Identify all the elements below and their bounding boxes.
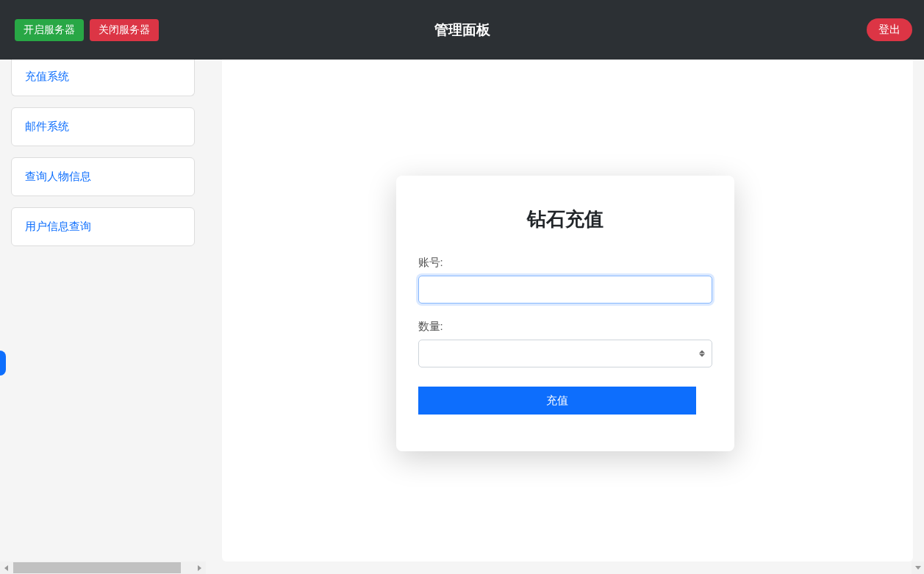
chevron-left-icon <box>4 565 8 571</box>
chevron-down-icon <box>915 566 921 570</box>
content-area: 钻石充值 账号: 数量: 充值 <box>206 60 924 562</box>
sidebar-item-mail[interactable]: 邮件系统 <box>11 107 195 146</box>
scroll-left-button[interactable] <box>0 562 12 574</box>
header-left-actions: 开启服务器 关闭服务器 <box>6 19 159 41</box>
quantity-label: 数量: <box>418 320 712 334</box>
sidebar: 充值系统 邮件系统 查询人物信息 用户信息查询 <box>0 60 206 562</box>
recharge-submit-button[interactable]: 充值 <box>418 387 696 415</box>
horizontal-scrollbar[interactable] <box>0 562 206 574</box>
quantity-select[interactable] <box>418 340 712 367</box>
sidebar-item-recharge[interactable]: 充值系统 <box>11 60 195 96</box>
header-right-actions: 登出 <box>867 18 918 41</box>
page-title: 管理面板 <box>434 21 490 40</box>
header-bar: 开启服务器 关闭服务器 管理面板 登出 <box>0 0 924 60</box>
logout-button[interactable]: 登出 <box>867 18 912 41</box>
scroll-thumb[interactable] <box>13 562 181 573</box>
body-container: 充值系统 邮件系统 查询人物信息 用户信息查询 钻石充值 账号: 数量: <box>0 60 924 562</box>
modal-title: 钻石充值 <box>418 207 712 232</box>
scroll-down-button[interactable] <box>912 562 924 574</box>
start-server-button[interactable]: 开启服务器 <box>15 19 84 41</box>
scroll-right-button[interactable] <box>193 562 206 574</box>
quantity-field-group: 数量: <box>418 320 712 367</box>
sidebar-item-user-query[interactable]: 用户信息查询 <box>11 207 195 246</box>
account-field-group: 账号: <box>418 256 712 304</box>
sidebar-item-character-query[interactable]: 查询人物信息 <box>11 157 195 196</box>
stop-server-button[interactable]: 关闭服务器 <box>90 19 159 41</box>
account-input[interactable] <box>418 276 712 304</box>
account-label: 账号: <box>418 256 712 270</box>
sidebar-collapse-handle[interactable] <box>0 351 6 376</box>
chevron-right-icon <box>198 565 201 571</box>
recharge-modal: 钻石充值 账号: 数量: 充值 <box>396 176 734 451</box>
